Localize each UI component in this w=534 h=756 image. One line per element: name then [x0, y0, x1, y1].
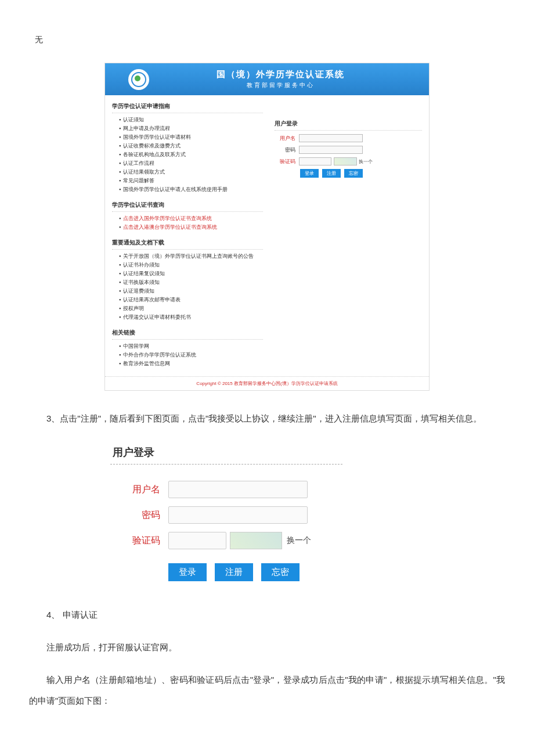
login-panel-large: 用户登录 用户名 密码 验证码 换一个 登录 注册 忘密	[110, 441, 342, 581]
password-label-small: 密码	[275, 146, 295, 154]
left-column: 学历学位认证申请指南 认证须知 网上申请及办理流程 国境外学历学位认证申请材料 …	[112, 100, 263, 373]
login-panel-title-small: 用户登录	[275, 117, 422, 131]
links-list: 中国留学网 中外合作办学学历学位认证系统 教育涉外监管信息网	[112, 340, 263, 373]
list-item[interactable]: 点击进入港澳台学历学位认证书查询系统	[119, 223, 263, 232]
register-button-large[interactable]: 注册	[215, 563, 253, 581]
list-item[interactable]: 关于开放国（境）外学历学位认证书网上查询账号的公告	[119, 252, 263, 261]
captcha-image-small[interactable]	[334, 157, 357, 165]
forgot-button-small[interactable]: 忘密	[344, 169, 363, 178]
instruction-step-4a: 注册成功后，打开留服认证官网。	[29, 637, 505, 658]
page-top-label: 无	[35, 35, 505, 45]
section-title-query: 学历学位认证书查询	[112, 199, 263, 212]
list-item[interactable]: 中外合作办学学历学位认证系统	[119, 351, 263, 359]
list-item[interactable]: 点击进入国外学历学位认证书查询系统	[119, 214, 263, 223]
username-label-small: 用户名	[275, 135, 295, 142]
username-label-large: 用户名	[110, 484, 160, 496]
site-banner: 国（境）外学历学位认证系统 教育部留学服务中心	[105, 63, 429, 95]
copyright-footer: Copyright © 2015 教育部留学服务中心国(境）学历学位认证申请系统	[105, 376, 429, 390]
username-input-small[interactable]	[299, 134, 363, 142]
forgot-button-large[interactable]: 忘密	[261, 563, 300, 581]
register-button-small[interactable]: 注册	[322, 169, 341, 178]
list-item[interactable]: 认证书补办须知	[119, 261, 263, 269]
list-item[interactable]: 认证退费须知	[119, 287, 263, 296]
list-item[interactable]: 代理递交认证申请材料委托书	[119, 313, 263, 322]
captcha-refresh-small[interactable]: 换一个	[359, 159, 373, 165]
instruction-step-3: 3、点击"注册"，随后看到下图页面，点击"我接受以上协议，继续注册"，进入注册信…	[29, 408, 505, 429]
section-title-notice: 重要通知及文档下载	[112, 236, 263, 250]
password-input-small[interactable]	[299, 146, 363, 154]
notice-list: 关于开放国（境）外学历学位认证书网上查询账号的公告 认证书补办须知 认证结果复议…	[112, 250, 263, 326]
captcha-label-large: 验证码	[110, 535, 160, 547]
guide-list: 认证须知 网上申请及办理流程 国境外学历学位认证申请材料 认证收费标准及缴费方式…	[112, 113, 263, 199]
list-item[interactable]: 认证结果再次邮寄申请表	[119, 296, 263, 304]
list-item[interactable]: 教育涉外监管信息网	[119, 359, 263, 368]
list-item[interactable]: 国境外学历学位认证申请材料	[119, 133, 263, 142]
instruction-step-4b: 输入用户名（注册邮箱地址）、密码和验证码后点击"登录"，登录成功后点击"我的申请…	[29, 669, 505, 711]
right-column: 用户登录 用户名 密码 验证码 换一个 登录 注册 忘密	[263, 100, 422, 373]
captcha-image-large[interactable]	[230, 532, 282, 549]
section-title-guide: 学历学位认证申请指南	[112, 100, 263, 113]
captcha-input-large[interactable]	[168, 532, 226, 549]
list-item[interactable]: 中国留学网	[119, 342, 263, 351]
embedded-screenshot-system-home: 国（境）外学历学位认证系统 教育部留学服务中心 学历学位认证申请指南 认证须知 …	[104, 63, 430, 391]
list-item[interactable]: 网上申请及办理流程	[119, 124, 263, 133]
login-button-small[interactable]: 登录	[300, 169, 319, 178]
list-item[interactable]: 各验证机构地点及联系方式	[119, 150, 263, 159]
login-panel-title-large: 用户登录	[110, 441, 342, 465]
list-item[interactable]: 常见问题解答	[119, 177, 263, 185]
captcha-input-small[interactable]	[299, 157, 331, 165]
username-input-large[interactable]	[168, 481, 308, 498]
login-button-large[interactable]: 登录	[168, 563, 207, 581]
section-title-links: 相关链接	[112, 326, 263, 340]
banner-subtitle: 教育部留学服务中心	[167, 81, 394, 89]
captcha-label-small: 验证码	[275, 158, 295, 165]
list-item[interactable]: 认证须知	[119, 116, 263, 124]
instruction-step-4-title: 4、 申请认证	[29, 604, 505, 625]
list-item[interactable]: 认证收费标准及缴费方式	[119, 142, 263, 150]
site-logo	[128, 69, 149, 90]
list-item[interactable]: 认证结果复议须知	[119, 269, 263, 278]
captcha-refresh-large[interactable]: 换一个	[287, 535, 311, 546]
list-item[interactable]: 证书换版本须知	[119, 278, 263, 287]
banner-title: 国（境）外学历学位认证系统	[167, 69, 394, 80]
logo-icon	[131, 72, 146, 87]
banner-text: 国（境）外学历学位认证系统 教育部留学服务中心	[167, 69, 429, 89]
query-list: 点击进入国外学历学位认证书查询系统 点击进入港澳台学历学位认证书查询系统	[112, 212, 263, 236]
list-item[interactable]: 认证工作流程	[119, 159, 263, 168]
password-label-large: 密码	[110, 509, 160, 521]
list-item[interactable]: 认证结果领取方式	[119, 168, 263, 177]
list-item[interactable]: 国境外学历学位认证申请人在线系统使用手册	[119, 185, 263, 194]
list-item[interactable]: 授权声明	[119, 304, 263, 313]
password-input-large[interactable]	[168, 506, 308, 524]
